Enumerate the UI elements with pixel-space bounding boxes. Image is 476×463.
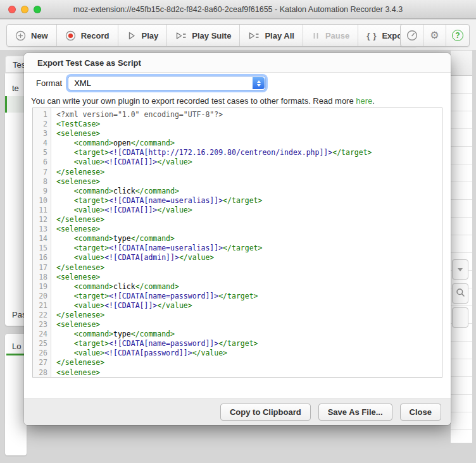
- test-case-list-panel: te Pas: [5, 73, 27, 326]
- code-line: <?xml version="1.0" encoding="UTF-8"?>: [56, 110, 442, 120]
- code-line: <command>click</command>: [56, 187, 442, 196]
- speed-button[interactable]: [401, 25, 423, 46]
- code-line: </selenese>: [56, 311, 442, 320]
- traffic-lights: [8, 6, 41, 13]
- format-label: Format: [36, 78, 62, 88]
- search-icon: [456, 288, 465, 300]
- play-suite-icon: [175, 30, 187, 41]
- play-suite-button[interactable]: Play Suite: [167, 25, 240, 46]
- plugin-description: You can write your own plugin to export …: [31, 96, 375, 106]
- line-number: 6: [33, 157, 51, 167]
- find-target-button-partial[interactable]: [452, 283, 468, 304]
- line-number: 25: [33, 339, 51, 349]
- target-dropdown-button-partial[interactable]: [452, 259, 468, 280]
- line-number: 20: [33, 292, 51, 301]
- toolbar: New Record Play Play Suite: [0, 20, 476, 50]
- line-number: 16: [33, 253, 51, 262]
- code-line: <selenese>: [56, 129, 442, 139]
- line-number: 11: [33, 206, 51, 215]
- code-lines: <?xml version="1.0" encoding="UTF-8"?><T…: [51, 108, 442, 377]
- toolbar-button-label: Play Suite: [192, 31, 231, 40]
- toolbar-button-label: Play All: [265, 31, 294, 40]
- code-line: </selenese>: [56, 168, 442, 177]
- code-line: <target><![CDATA[http://172.16.209.80/ce…: [56, 148, 442, 157]
- toolbar-icon-group: ⚙ ?: [400, 24, 470, 47]
- record-dot-icon: [65, 30, 76, 41]
- line-number: 24: [33, 330, 51, 339]
- toolbar-button-label: Record: [81, 31, 110, 40]
- zoom-window-icon[interactable]: [34, 6, 41, 13]
- line-number: 4: [33, 139, 51, 148]
- log-tab-partial[interactable]: Lo: [12, 342, 21, 351]
- code-editor[interactable]: 1234567891011121314151617181920212223242…: [32, 108, 442, 378]
- toolbar-button-label: Pause: [325, 31, 349, 40]
- copy-to-clipboard-button[interactable]: Copy to Clipboard: [220, 404, 311, 421]
- code-line: <TestCase>: [56, 120, 442, 129]
- code-line: </selenese>: [56, 358, 442, 367]
- toolbar-button-label: New: [31, 31, 48, 40]
- selected-test-case-row[interactable]: [5, 96, 27, 113]
- close-window-icon[interactable]: [8, 6, 16, 13]
- code-line: </selenese>: [56, 215, 442, 225]
- line-number: 15: [33, 244, 51, 253]
- line-number: 13: [33, 225, 51, 234]
- play-button[interactable]: Play: [118, 25, 168, 46]
- test-case-tab-partial[interactable]: Tes: [5, 56, 27, 73]
- export-dialog: Export Test Case as Script Format XML Yo…: [24, 53, 451, 425]
- code-line: <value><![CDATA[]]></value>: [56, 157, 442, 167]
- save-as-file-button[interactable]: Save As File...: [318, 404, 392, 421]
- code-line: <command>open</command>: [56, 139, 442, 148]
- read-more-link[interactable]: here: [356, 96, 372, 106]
- line-number: 1: [33, 110, 51, 120]
- line-number: 17: [33, 263, 51, 273]
- line-number: 23: [33, 320, 51, 330]
- record-button[interactable]: Record: [57, 25, 118, 46]
- description-period: .: [372, 96, 375, 106]
- code-gutter: 1234567891011121314151617181920212223242…: [33, 108, 51, 377]
- code-line: <value><![CDATA[]]></value>: [56, 301, 442, 311]
- code-line: <value><![CDATA[password]]></value>: [56, 349, 442, 358]
- line-number: 2: [33, 120, 51, 129]
- window-titlebar: moz-extension://e45fb15c-8d2c-f842-8a60-…: [0, 0, 476, 19]
- format-select[interactable]: XML: [68, 76, 266, 90]
- select-target-button-partial[interactable]: [452, 307, 468, 328]
- code-line: <selenese>: [56, 273, 442, 282]
- line-number: 27: [33, 358, 51, 367]
- play-all-icon: [248, 30, 260, 41]
- dialog-footer: Copy to Clipboard Save As File... Close: [24, 398, 451, 425]
- close-button[interactable]: Close: [400, 404, 441, 421]
- minimize-window-icon[interactable]: [21, 6, 28, 13]
- pause-button[interactable]: Pause: [303, 25, 358, 46]
- code-line: <value><![CDATA[admin]]></value>: [56, 253, 442, 262]
- description-text: You can write your own plugin to export …: [31, 96, 356, 106]
- braces-icon: { }: [366, 31, 377, 40]
- new-plus-circle-icon: [15, 30, 26, 41]
- line-number: 5: [33, 148, 51, 157]
- toolbar-button-group: New Record Play Play Suite: [6, 24, 417, 47]
- line-number: 9: [33, 187, 51, 196]
- new-button[interactable]: New: [7, 25, 57, 46]
- help-icon: ?: [452, 30, 463, 41]
- gauge-icon: [406, 30, 418, 41]
- chevron-down-icon: [458, 268, 463, 271]
- format-row: Format XML: [36, 76, 266, 90]
- line-number: 22: [33, 311, 51, 320]
- code-line: <target><![CDATA[name=useralias]]></targ…: [56, 244, 442, 253]
- window-title: moz-extension://e45fb15c-8d2c-f842-8a60-…: [73, 5, 403, 14]
- test-case-item-partial[interactable]: te: [12, 83, 19, 93]
- play-all-button[interactable]: Play All: [240, 25, 303, 46]
- code-line: <target><![CDATA[name=password]]></targe…: [56, 339, 442, 349]
- code-line: <command>type</command>: [56, 234, 442, 244]
- code-line: <target><![CDATA[name=password]]></targe…: [56, 292, 442, 301]
- settings-button[interactable]: ⚙: [423, 25, 446, 46]
- code-line: <command>click</command>: [56, 282, 442, 292]
- line-number: 12: [33, 215, 51, 225]
- line-number: 26: [33, 349, 51, 358]
- dialog-title: Export Test Case as Script: [24, 53, 451, 73]
- code-line: <selenese>: [56, 225, 442, 234]
- help-button[interactable]: ?: [446, 25, 469, 46]
- command-grid-header-partial: [451, 51, 472, 76]
- toolbar-button-label: Play: [142, 31, 159, 40]
- code-line: <value><![CDATA[]]></value>: [56, 206, 442, 215]
- line-number: 7: [33, 168, 51, 177]
